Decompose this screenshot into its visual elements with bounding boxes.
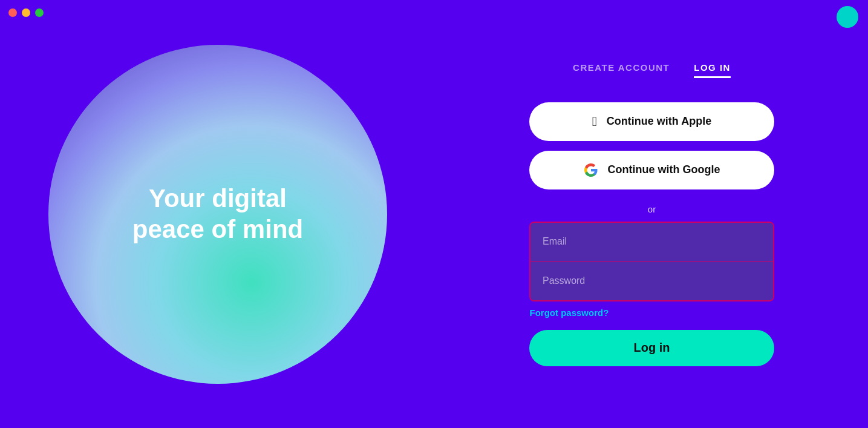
login-form:  Continue with Apple Continue with Goog… xyxy=(484,102,820,366)
forgot-password-link[interactable]: Forgot password? xyxy=(530,308,609,318)
or-divider: or xyxy=(648,204,656,214)
auth-tabs: CREATE ACCOUNT LOG IN xyxy=(573,62,731,78)
tab-create-account[interactable]: CREATE ACCOUNT xyxy=(573,62,670,78)
right-panel: CREATE ACCOUNT LOG IN  Continue with Ap… xyxy=(436,0,868,428)
tagline-line1: Your digital xyxy=(149,184,287,212)
tab-login[interactable]: LOG IN xyxy=(694,62,731,78)
password-input[interactable] xyxy=(530,262,773,300)
traffic-light-green[interactable] xyxy=(35,8,44,17)
google-btn-label: Continue with Google xyxy=(608,163,720,176)
apple-icon:  xyxy=(592,115,597,128)
hero-circle: Your digital peace of mind xyxy=(48,45,387,384)
input-group xyxy=(529,222,774,301)
email-input[interactable] xyxy=(530,223,773,262)
continue-with-google-button[interactable]: Continue with Google xyxy=(529,151,774,189)
login-button[interactable]: Log in xyxy=(529,330,774,366)
avatar[interactable] xyxy=(837,6,858,28)
apple-btn-label: Continue with Apple xyxy=(607,115,711,128)
google-icon xyxy=(584,163,598,177)
traffic-light-yellow[interactable] xyxy=(22,8,30,17)
left-panel: Your digital peace of mind xyxy=(0,0,436,428)
traffic-lights xyxy=(8,8,44,17)
continue-with-apple-button[interactable]:  Continue with Apple xyxy=(529,102,774,141)
tagline: Your digital peace of mind xyxy=(120,171,315,257)
traffic-light-red[interactable] xyxy=(8,8,17,17)
tagline-line2: peace of mind xyxy=(132,215,303,243)
